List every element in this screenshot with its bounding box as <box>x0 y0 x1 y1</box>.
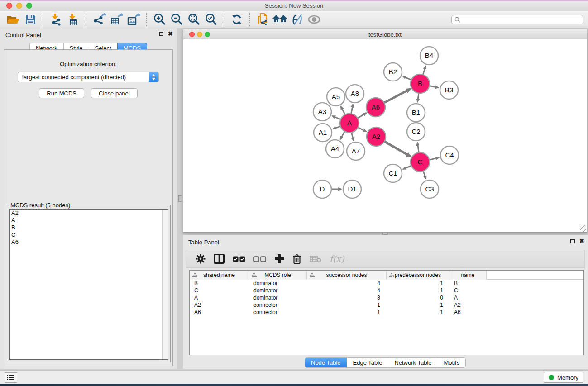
mcds-result-item[interactable]: A2 <box>10 210 168 217</box>
edge-B-B2[interactable] <box>403 76 411 80</box>
memory-button[interactable]: Memory <box>544 372 583 383</box>
gear-icon[interactable] <box>196 253 206 265</box>
table-cell[interactable]: A2 <box>190 301 249 309</box>
vertical-splitter-handle[interactable] <box>178 195 182 202</box>
table-cell[interactable]: A6 <box>449 309 487 316</box>
table-cell[interactable]: B <box>449 280 487 287</box>
zoom-fit-icon[interactable] <box>186 13 201 26</box>
table-cell[interactable]: connector <box>249 301 307 309</box>
zoom-in-icon[interactable] <box>152 13 167 26</box>
node-C4[interactable]: C4 <box>440 146 459 164</box>
column-header-predecessor-nodes[interactable]: predecessor nodes <box>387 271 449 280</box>
column-header-name[interactable]: name <box>449 271 487 280</box>
save-session-icon[interactable] <box>23 13 38 26</box>
export-image-icon[interactable] <box>126 13 141 26</box>
add-icon[interactable] <box>274 253 284 265</box>
table-cell[interactable]: 1 <box>387 309 449 316</box>
tab-network-table[interactable]: Network Table <box>388 358 438 367</box>
node-D1[interactable]: D1 <box>343 180 361 198</box>
node-A8[interactable]: A8 <box>346 85 364 103</box>
trash-icon[interactable] <box>292 253 301 265</box>
close-panel-icon[interactable]: ✖ <box>168 32 173 36</box>
network-graph[interactable]: AA1A2A3A4A5A6A7A8BB1B2B3B4CC1C2C3C4DD1 <box>183 39 587 232</box>
table-row[interactable]: Cdominator41C <box>190 287 583 294</box>
criterion-dropdown[interactable]: largest connected component (directed) <box>18 72 159 82</box>
hide-details-icon[interactable] <box>289 13 305 26</box>
mcds-result-list[interactable]: A2ABCA6 <box>9 209 168 360</box>
network-window-titlebar[interactable]: testGlobe.txt <box>183 29 587 39</box>
edge-A-A7[interactable] <box>352 132 354 140</box>
node-C2[interactable]: C2 <box>407 123 425 141</box>
node-C[interactable]: C <box>411 152 430 172</box>
edge-C-C3[interactable] <box>423 171 426 179</box>
edge-B-B3[interactable] <box>430 86 439 87</box>
table-cell[interactable]: 4 <box>307 280 387 287</box>
node-A5[interactable]: A5 <box>327 88 345 106</box>
mcds-result-item[interactable]: B <box>10 224 168 231</box>
resize-grip[interactable] <box>580 225 586 232</box>
delete-table-icon[interactable] <box>310 253 321 265</box>
node-B[interactable]: B <box>411 74 430 93</box>
node-A2[interactable]: A2 <box>367 127 386 146</box>
float-panel-icon[interactable] <box>570 239 575 243</box>
node-A1[interactable]: A1 <box>314 124 332 142</box>
table-cell[interactable]: 1 <box>387 301 449 309</box>
column-header-MCDS-role[interactable]: MCDS role <box>249 271 307 280</box>
edge-B-B4[interactable] <box>423 66 425 75</box>
tab-node-table[interactable]: Node Table <box>305 358 347 367</box>
table-cell[interactable]: 1 <box>387 287 449 294</box>
refresh-icon[interactable] <box>229 13 244 26</box>
table-cell[interactable]: C <box>449 287 487 294</box>
mcds-result-item[interactable]: A <box>10 217 168 224</box>
edge-A-A1[interactable] <box>333 126 341 129</box>
deselect-all-icon[interactable] <box>253 253 266 265</box>
table-cell[interactable]: B <box>190 280 249 287</box>
close-panel-icon[interactable]: ✖ <box>579 239 584 243</box>
table-cell[interactable]: 0 <box>387 294 449 301</box>
table-row[interactable]: A2connector11A2 <box>190 301 583 309</box>
export-table-icon[interactable] <box>109 13 124 26</box>
import-table-icon[interactable] <box>66 13 81 26</box>
home-icon[interactable] <box>272 13 287 26</box>
table-cell[interactable]: A <box>190 294 249 301</box>
table-cell[interactable]: 8 <box>307 294 387 301</box>
tab-edge-table[interactable]: Edge Table <box>347 358 389 367</box>
import-network-icon[interactable] <box>48 13 64 26</box>
edge-A-A5[interactable] <box>341 106 345 114</box>
table-cell[interactable]: C <box>190 287 249 294</box>
node-C1[interactable]: C1 <box>384 164 402 182</box>
new-network-from-selection-icon[interactable] <box>255 13 270 26</box>
task-history-button[interactable] <box>5 372 17 383</box>
table-row[interactable]: Bdominator41B <box>190 280 583 287</box>
edge-A-A3[interactable] <box>332 116 340 119</box>
table-cell[interactable]: 1 <box>387 280 449 287</box>
node-A[interactable]: A <box>340 114 359 133</box>
column-header-shared-name[interactable]: shared name <box>190 271 249 280</box>
table-cell[interactable]: dominator <box>249 287 307 294</box>
edge-A2-C[interactable] <box>384 141 411 157</box>
table-cell[interactable]: connector <box>249 309 307 316</box>
node-B1[interactable]: B1 <box>407 104 425 122</box>
table-cell[interactable]: A2 <box>449 301 487 309</box>
node-A4[interactable]: A4 <box>326 140 344 158</box>
search-input[interactable] <box>460 16 580 23</box>
network-canvas[interactable]: AA1A2A3A4A5A6A7A8BB1B2B3B4CC1C2C3C4DD1 <box>183 39 587 232</box>
edge-A6-B[interactable] <box>384 89 411 103</box>
node-A7[interactable]: A7 <box>347 142 365 160</box>
node-B2[interactable]: B2 <box>384 63 402 81</box>
horizontal-splitter-handle[interactable] <box>382 232 388 235</box>
run-mcds-button[interactable]: Run MCDS <box>39 88 84 98</box>
node-A6[interactable]: A6 <box>366 98 385 117</box>
edge-A-A8[interactable] <box>351 105 353 114</box>
float-panel-icon[interactable] <box>159 32 163 36</box>
node-B4[interactable]: B4 <box>420 47 438 65</box>
node-D[interactable]: D <box>313 180 331 198</box>
table-cell[interactable]: A6 <box>190 309 249 316</box>
scrollbar-track[interactable] <box>162 210 168 359</box>
function-icon[interactable]: f(x) <box>330 253 344 265</box>
edge-A-A2[interactable] <box>358 128 367 132</box>
table-cell[interactable]: 1 <box>307 301 387 309</box>
node-C3[interactable]: C3 <box>421 180 439 198</box>
eye-icon[interactable] <box>306 13 322 26</box>
column-icon[interactable] <box>214 253 225 265</box>
